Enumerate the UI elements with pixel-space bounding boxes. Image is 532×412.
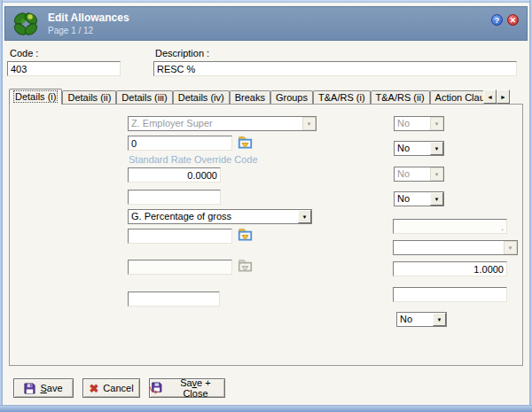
chevron-down-icon: ▼ [298, 210, 311, 223]
help-button[interactable]: ? [491, 14, 503, 26]
chevron-down-icon: ▼ [504, 241, 517, 254]
tab-ta-rs-i[interactable]: T&A/RS (i) [313, 90, 371, 105]
chevron-down-icon: ▼ [430, 192, 443, 206]
title-bar: Edit Allowances Page 1 / 12 ? ✕ [4, 6, 528, 41]
window-frame [0, 405, 532, 412]
tab-action-clauses[interactable]: Action Clauses [430, 90, 484, 105]
penalty-select[interactable]: No▼ [394, 141, 444, 156]
edit-allowances-dialog: Edit Allowances Page 1 / 12 ? ✕ Code : D… [0, 0, 532, 412]
tab-details-i[interactable]: Details (i) [9, 89, 62, 105]
calculation-method-select[interactable]: G. Percentage of gross▼ [128, 209, 312, 224]
tab-scroll-left-icon[interactable]: ◄ [483, 89, 497, 104]
chevron-down-icon: ▼ [433, 313, 446, 326]
tab-groups[interactable]: Groups [270, 90, 313, 105]
window-frame [0, 0, 3, 412]
standard-rate-override-link[interactable]: Standard Rate Override Code [129, 154, 258, 165]
save-floppy-icon [24, 383, 35, 394]
chevron-down-icon: ▼ [430, 142, 443, 155]
save-close-floppy-icon [150, 382, 162, 394]
description-label: Description : [155, 48, 209, 58]
description-input[interactable] [153, 61, 517, 76]
tax-override-rate-input [393, 219, 507, 234]
window-frame [0, 0, 532, 3]
allowance-group-lookup-icon-disabled [237, 258, 254, 274]
cancel-x-icon: ✖ [89, 383, 98, 394]
chevron-down-icon: ▼ [430, 117, 443, 130]
paying-select: No▼ [394, 116, 444, 131]
rate-lookup-icon[interactable] [237, 135, 254, 151]
tab-ta-rs-ii[interactable]: T&A/RS (ii) [371, 90, 430, 105]
tab-scroll-right-icon[interactable]: ► [497, 89, 510, 104]
type-select: Z. Employer Super▼ [128, 116, 317, 131]
chevron-down-icon: ▼ [430, 167, 443, 181]
tab-details-iv[interactable]: Details (iv) [173, 90, 230, 105]
tax-override-select[interactable]: No▼ [394, 191, 444, 206]
factor-input[interactable] [393, 261, 507, 276]
cost-centre-lookup-icon[interactable] [237, 227, 254, 243]
rank-input[interactable] [393, 287, 507, 302]
tab-details-iii[interactable]: Details (iii) [116, 90, 172, 105]
taxable-select: No▼ [394, 167, 444, 182]
tab-breaks[interactable]: Breaks [230, 90, 270, 105]
tab-scroll-buttons: ◄► [483, 89, 510, 104]
chevron-down-icon: ▼ [302, 117, 316, 130]
unit-rate-input[interactable] [128, 167, 221, 183]
app-logo-icon [12, 10, 40, 38]
dialog-title: Edit Allowances [48, 12, 129, 24]
page-indicator: Page 1 / 12 [48, 26, 93, 35]
cancel-button[interactable]: ✖ Cancel [82, 378, 140, 398]
allowance-group-code-input [128, 260, 232, 275]
tax-override-type-select: ▼ [393, 240, 518, 255]
code-label: Code : [10, 48, 38, 58]
max-quantity-input[interactable] [128, 190, 221, 205]
code-input[interactable] [7, 61, 121, 76]
save-button[interactable]: Save [13, 378, 74, 398]
cost-centre-input[interactable] [128, 229, 232, 244]
close-button[interactable]: ✕ [507, 14, 519, 26]
show-on-history-select[interactable]: No▼ [396, 312, 447, 327]
tab-details-ii[interactable]: Details (ii) [62, 90, 116, 105]
pct-allowance-group-input[interactable] [128, 292, 220, 307]
tab-strip: Details (i)Details (ii)Details (iii)Deta… [9, 89, 484, 105]
save-and-close-button[interactable]: Save + Close [149, 378, 225, 398]
rate-input[interactable] [128, 136, 232, 151]
